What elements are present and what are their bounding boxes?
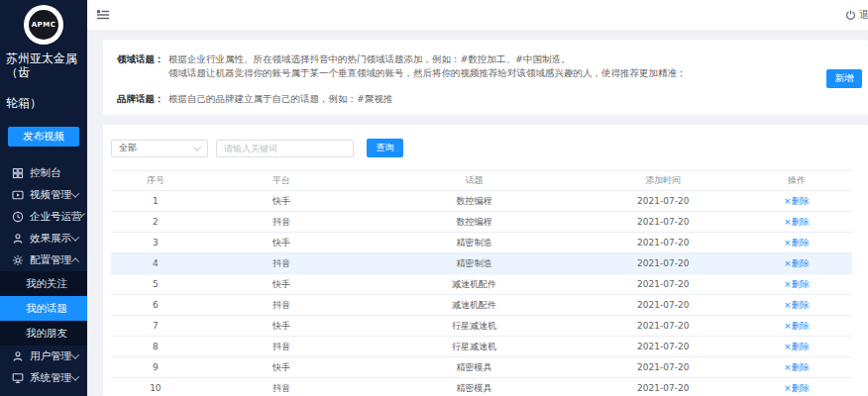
row-platform: 快手 (200, 357, 364, 378)
sidebar-menu-item[interactable]: 效果展示 (0, 228, 87, 249)
app-window: APMC 苏州亚太金属（齿 轮箱） 发布视频 控制台视频管理企业号运营效果展示配… (0, 0, 868, 396)
row-topic: 行星减速机 (363, 337, 585, 357)
company-logo: APMC (24, 5, 63, 45)
row-date: 2021-07-20 (586, 233, 741, 253)
row-actions: ×删除 (741, 233, 852, 253)
sidebar-menu-item[interactable]: 系统管理 (0, 367, 87, 389)
table-row: 9快手精密模具2021-07-20×删除 (111, 357, 852, 378)
row-actions: ×删除 (741, 274, 852, 295)
chevron-down-icon (193, 143, 201, 150)
company-name-line2: 轮箱） (6, 96, 81, 110)
row-platform: 快手 (200, 233, 364, 253)
row-topic: 减速机配件 (363, 295, 585, 316)
search-button[interactable]: 查询 (367, 139, 403, 157)
row-actions: ×删除 (741, 378, 852, 396)
brand-topic-text: 根据自己的品牌建立属于自己的话题，例如：#聚视推 (168, 92, 392, 105)
sidebar-menu-item-label: 系统管理 (30, 371, 71, 385)
sidebar-menu-item-label: 视频管理 (30, 188, 71, 202)
row-platform: 抖音 (200, 212, 364, 233)
power-icon (845, 10, 856, 21)
row-index: 5 (111, 274, 200, 295)
row-date: 2021-07-20 (586, 378, 741, 396)
table-row: 7快手行星减速机2021-07-20×删除 (111, 316, 852, 337)
row-date: 2021-07-20 (586, 295, 741, 316)
row-index: 3 (111, 233, 200, 253)
topic-table-card: 全部 查询 序号平台话题添加时间操作 1快手数控编程2021-07-20×删除2… (103, 125, 868, 396)
table-column-header: 序号 (111, 171, 200, 191)
table-column-header: 话题 (363, 171, 585, 191)
add-button[interactable]: 新增 (826, 69, 862, 88)
sidebar-submenu: 我的关注我的话题我的朋友 (0, 271, 87, 346)
row-actions: ×删除 (741, 191, 852, 212)
table-row: 4抖音精密制造2021-07-20×删除 (111, 253, 852, 274)
topics-table: 序号平台话题添加时间操作 1快手数控编程2021-07-20×删除2抖音数控编程… (111, 170, 852, 396)
sidebar-menu-item-label: 效果展示 (30, 232, 71, 246)
row-platform: 快手 (200, 274, 364, 295)
delete-link[interactable]: ×删除 (784, 321, 810, 331)
sidebar-menu-item-label: 用户管理 (30, 349, 71, 363)
delete-link[interactable]: ×删除 (784, 342, 810, 351)
row-date: 2021-07-20 (586, 212, 741, 233)
field-topic-text1: 根据企业行业属性、所在领域选择抖音中的热门领域话题添加，例如：#数控加工、#中国… (168, 52, 570, 65)
row-actions: ×删除 (741, 357, 852, 378)
user-icon (12, 350, 24, 362)
chevron-down-icon (71, 372, 79, 380)
sidebar-submenu-item[interactable]: 我的朋友 (0, 321, 87, 346)
row-index: 9 (111, 357, 200, 378)
person-icon (12, 233, 24, 245)
row-date: 2021-07-20 (586, 357, 741, 378)
table-row: 8抖音行星减速机2021-07-20×删除 (111, 337, 852, 357)
sidebar-menu-item[interactable]: 用户管理 (0, 346, 87, 367)
video-icon (12, 189, 24, 201)
row-index: 6 (111, 295, 200, 316)
row-actions: ×删除 (741, 295, 852, 316)
keyword-input[interactable] (216, 140, 354, 157)
delete-link[interactable]: ×删除 (784, 383, 810, 393)
collapse-sidebar-icon[interactable] (96, 8, 110, 22)
sidebar-menu-item[interactable]: 配置管理 (0, 249, 87, 271)
row-platform: 抖音 (200, 378, 364, 396)
sidebar-submenu-item[interactable]: 我的话题 (0, 296, 87, 321)
delete-link[interactable]: ×删除 (784, 196, 810, 206)
table-row: 3快手精密制造2021-07-20×删除 (111, 233, 852, 253)
row-platform: 抖音 (200, 295, 364, 316)
row-topic: 精密模具 (363, 378, 585, 396)
delete-link[interactable]: ×删除 (784, 258, 810, 268)
table-row: 2抖音数控编程2021-07-20×删除 (111, 212, 852, 233)
publish-video-button[interactable]: 发布视频 (8, 127, 79, 147)
delete-link[interactable]: ×删除 (784, 362, 810, 372)
row-index: 4 (111, 253, 200, 274)
row-actions: ×删除 (741, 337, 852, 357)
row-platform: 抖音 (200, 253, 364, 274)
sidebar-menu-item[interactable]: 视频管理 (0, 184, 87, 206)
row-topic: 精密制造 (363, 233, 585, 253)
sidebar-submenu-item[interactable]: 我的关注 (0, 271, 87, 296)
table-column-header: 平台 (200, 171, 364, 191)
logout-button[interactable]: 退出 (845, 8, 868, 22)
table-row: 1快手数控编程2021-07-20×删除 (111, 191, 852, 212)
brand-topic-line: 品牌话题： 根据自己的品牌建立属于自己的话题，例如：#聚视推 (117, 92, 799, 105)
gear-icon (12, 254, 24, 266)
topic-help-card: 领域话题： 根据企业行业属性、所在领域选择抖音中的热门领域话题添加，例如：#数控… (103, 40, 868, 115)
filter-row: 全部 查询 (111, 139, 852, 157)
table-column-header: 添加时间 (586, 171, 741, 191)
sidebar-menu-item[interactable]: 企业号运营 (0, 206, 87, 228)
platform-select[interactable]: 全部 (111, 140, 208, 157)
row-actions: ×删除 (741, 253, 852, 274)
delete-link[interactable]: ×删除 (784, 217, 810, 227)
row-date: 2021-07-20 (586, 191, 741, 212)
sidebar-menu-item[interactable]: 控制台 (0, 162, 87, 184)
clock-icon (12, 211, 24, 223)
delete-link[interactable]: ×删除 (784, 300, 810, 310)
row-topic: 数控编程 (363, 212, 585, 233)
field-topic-line1: 领域话题： 根据企业行业属性、所在领域选择抖音中的热门领域话题添加，例如：#数控… (117, 52, 799, 65)
sidebar-menu: 控制台视频管理企业号运营效果展示配置管理我的关注我的话题我的朋友用户管理系统管理 (0, 162, 87, 389)
delete-link[interactable]: ×删除 (784, 238, 810, 248)
logo-text: APMC (29, 10, 58, 40)
row-topic: 减速机配件 (363, 274, 585, 295)
row-topic: 精密制造 (363, 253, 585, 274)
platform-select-value: 全部 (119, 142, 137, 154)
delete-link[interactable]: ×删除 (784, 279, 810, 289)
chevron-down-icon (71, 350, 79, 358)
row-topic: 精密模具 (363, 357, 585, 378)
